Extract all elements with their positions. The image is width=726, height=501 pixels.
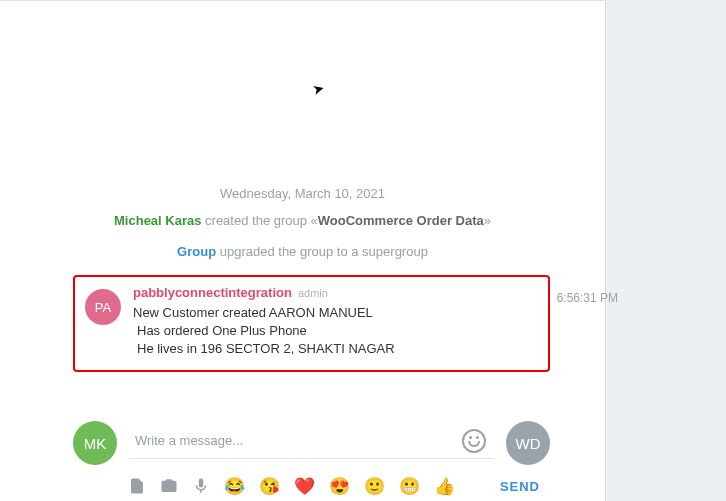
group-link[interactable]: Group [177, 244, 216, 259]
date-separator: Wednesday, March 10, 2021 [0, 186, 605, 201]
avatar-sender[interactable]: PA [85, 289, 121, 325]
admin-badge: admin [298, 287, 328, 299]
bottom-toolbar: 😂 😘 ❤️ 😍 🙂 😬 👍 SEND [128, 471, 550, 495]
group-name: WooCommerce Order Data [318, 213, 484, 228]
app-root: ➤ Wednesday, March 10, 2021 Micheal Kara… [0, 0, 726, 501]
message-timestamp: 6:56:31 PM [557, 291, 618, 305]
cursor-pointer-icon: ➤ [311, 80, 327, 99]
emoji-picker-icon[interactable] [462, 429, 486, 453]
emoji-thumbs-up[interactable]: 👍 [434, 478, 455, 495]
emoji-heart[interactable]: ❤️ [294, 478, 315, 495]
message-input[interactable]: Write a message... [129, 423, 494, 459]
microphone-icon[interactable] [192, 477, 210, 495]
avatar-self[interactable]: MK [73, 421, 117, 465]
send-button[interactable]: SEND [500, 479, 540, 494]
chat-panel: ➤ Wednesday, March 10, 2021 Micheal Kara… [0, 0, 605, 501]
message-line: He lives in 196 SECTOR 2, SHAKTI NAGAR [133, 340, 538, 358]
emoji-heart-eyes[interactable]: 😍 [329, 478, 350, 495]
sender-username[interactable]: pabblyconnectintegration [133, 285, 292, 300]
avatar-peer[interactable]: WD [506, 421, 550, 465]
message-block-highlighted: PA pabblyconnectintegration admin New Cu… [73, 275, 550, 372]
message-body: New Customer created AARON MANUEL Has or… [133, 304, 538, 358]
attach-file-icon[interactable] [128, 477, 146, 495]
message-content: pabblyconnectintegration admin New Custo… [133, 285, 538, 358]
camera-icon[interactable] [160, 477, 178, 495]
message-line: New Customer created AARON MANUEL [133, 304, 538, 322]
service-msg-supergroup: Group upgraded the group to a supergroup [0, 244, 605, 259]
actor-name: Micheal Karas [114, 213, 201, 228]
input-row: MK Write a message... WD [73, 417, 550, 465]
emoji-smile[interactable]: 🙂 [364, 478, 385, 495]
message-line: Has ordered One Plus Phone [133, 322, 538, 340]
emoji-joy[interactable]: 😂 [224, 478, 245, 495]
emoji-grimace[interactable]: 😬 [399, 478, 420, 495]
right-rail [605, 0, 726, 501]
emoji-kiss[interactable]: 😘 [259, 478, 280, 495]
service-msg-group-created: Micheal Karas created the group «WooComm… [0, 213, 605, 228]
